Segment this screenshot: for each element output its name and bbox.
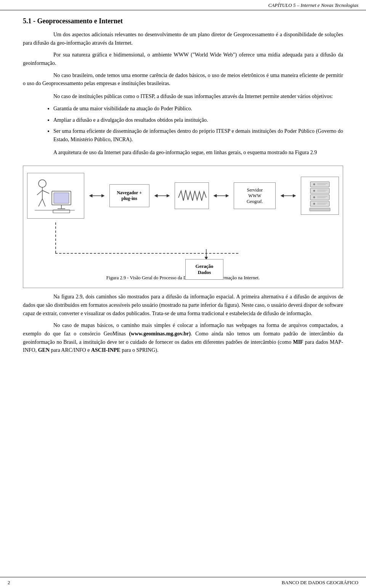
server-rack-icon bbox=[307, 180, 333, 212]
paragraph-1: Um dos aspectos adicionais relevantes no… bbox=[23, 31, 343, 47]
svg-line-3 bbox=[42, 190, 49, 193]
svg-point-22 bbox=[313, 196, 315, 198]
bullet-item-2: Ampliar a difusão e a divulgação dos res… bbox=[53, 116, 343, 124]
section-title: 5.1 - Geoprocessamento e Internet bbox=[23, 17, 343, 25]
svg-line-5 bbox=[42, 199, 45, 206]
svg-point-0 bbox=[39, 180, 46, 187]
arrow-down-icon bbox=[202, 248, 210, 260]
paragraph-2: Por sua natureza gráfica e bidimensional… bbox=[23, 51, 343, 67]
servidor-box: Servidor WWW Geograf. bbox=[234, 182, 276, 209]
double-arrow-icon-4 bbox=[281, 192, 296, 200]
dashed-line-vertical bbox=[55, 222, 56, 253]
signal-box bbox=[175, 182, 209, 209]
svg-point-23 bbox=[313, 203, 315, 205]
bullet-item-3: Ser uma forma eficiente de disseminação … bbox=[53, 127, 343, 143]
server-icon-box bbox=[301, 177, 339, 215]
arrow-4 bbox=[281, 192, 296, 200]
paragraph-6: Na figura 2.9, dois caminhos são mostrad… bbox=[23, 293, 343, 317]
figure-caption: Figura 2.9 - Visão Geral do Processo da … bbox=[27, 275, 339, 281]
chapter-title: CAPÍTULO 5 – Internet e Novas Tecnologia… bbox=[268, 2, 358, 8]
main-content: 5.1 - Geoprocessamento e Internet Um dos… bbox=[0, 10, 366, 381]
figure-bottom-section: Geração Dados bbox=[27, 222, 339, 272]
page-number: 2 bbox=[8, 580, 10, 586]
svg-line-2 bbox=[37, 190, 42, 195]
paragraph-4: No caso de instituições públicas como o … bbox=[23, 92, 343, 101]
svg-point-20 bbox=[313, 183, 315, 185]
figure-2-9: Navegador + plug-ins bbox=[23, 166, 343, 288]
paragraph-5: A arquitetura de uso da Internet para di… bbox=[23, 148, 343, 157]
arrow-2 bbox=[154, 192, 170, 200]
person-computer-icon bbox=[31, 177, 80, 215]
bullet-list: Garantia de uma maior visibilidade na at… bbox=[53, 105, 343, 144]
dashed-line-horizontal bbox=[55, 253, 238, 254]
double-arrow-icon-1 bbox=[89, 192, 104, 200]
double-arrow-icon-3 bbox=[214, 192, 229, 200]
navegador-box: Navegador + plug-ins bbox=[109, 184, 149, 207]
svg-line-4 bbox=[39, 199, 42, 206]
svg-rect-7 bbox=[54, 193, 69, 203]
arrow-3 bbox=[214, 192, 229, 200]
svg-rect-32 bbox=[310, 208, 330, 211]
bullet-item-1: Garantia de uma maior visibilidade na at… bbox=[53, 105, 343, 113]
double-arrow-icon-2 bbox=[154, 192, 170, 200]
footer-right-text: BANCO DE DADOS GEOGRÁFICO bbox=[282, 580, 358, 586]
page-header: CAPÍTULO 5 – Internet e Novas Tecnologia… bbox=[0, 0, 366, 10]
signal-wave-icon bbox=[177, 186, 207, 205]
geracao-dados-box: Geração Dados bbox=[185, 259, 223, 280]
page-footer: 2 BANCO DE DADOS GEOGRÁFICO bbox=[0, 577, 366, 588]
figure-top-row: Navegador + plug-ins bbox=[27, 173, 339, 219]
svg-point-21 bbox=[313, 190, 315, 192]
paragraph-3: No caso brasileiro, onde temos uma enorm… bbox=[23, 71, 343, 88]
paragraph-8: No caso de mapas básicos, o caminho mais… bbox=[23, 321, 343, 354]
person-computer-box bbox=[27, 173, 84, 219]
arrow-1 bbox=[89, 192, 104, 200]
